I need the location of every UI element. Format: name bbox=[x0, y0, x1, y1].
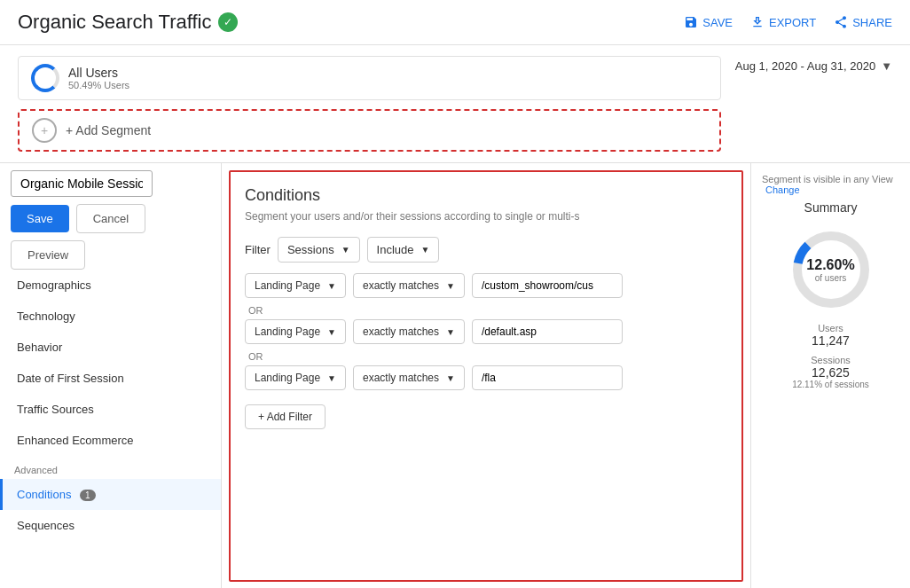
value-input-2[interactable] bbox=[472, 319, 623, 344]
header-left: Organic Search Traffic ✓ bbox=[18, 11, 238, 34]
dim-chevron-1-icon: ▼ bbox=[327, 281, 336, 291]
change-link[interactable]: Change bbox=[765, 184, 800, 195]
sidebar-item-demographics[interactable]: Demographics bbox=[0, 270, 221, 301]
main-content: Save Cancel Preview Demographics Technol… bbox=[0, 163, 910, 588]
dimension-select-2[interactable]: Landing Page ▼ bbox=[245, 319, 346, 344]
summary-sessions: Sessions 12,625 12.11% of sessions bbox=[762, 355, 899, 389]
conditions-title: Conditions bbox=[245, 186, 727, 205]
op-chevron-1-icon: ▼ bbox=[446, 281, 455, 291]
add-segment-label: + Add Segment bbox=[66, 123, 151, 137]
dimension-select-3[interactable]: Landing Page ▼ bbox=[245, 365, 346, 390]
segment-name: All Users bbox=[68, 66, 129, 80]
filter-row: Filter Sessions ▼ Include ▼ bbox=[245, 237, 727, 263]
sidebar-item-date-of-first-session[interactable]: Date of First Session bbox=[0, 363, 221, 394]
save-label: SAVE bbox=[702, 16, 733, 29]
condition-row-2: Landing Page ▼ exactly matches ▼ bbox=[245, 319, 727, 344]
date-range-text: Aug 1, 2020 - Aug 31, 2020 bbox=[735, 59, 875, 73]
or-label-1: OR bbox=[245, 305, 727, 316]
condition-row-3: Landing Page ▼ exactly matches ▼ bbox=[245, 365, 727, 390]
operator-select-2[interactable]: exactly matches ▼ bbox=[353, 319, 465, 344]
preview-segment-button[interactable]: Preview bbox=[11, 240, 85, 270]
save-button[interactable]: SAVE bbox=[684, 15, 733, 29]
cancel-segment-button[interactable]: Cancel bbox=[76, 204, 145, 233]
header: Organic Search Traffic ✓ SAVE EXPORT SHA… bbox=[0, 0, 910, 45]
segment-visible-note: Segment is visible in any View bbox=[762, 174, 893, 184]
sessions-chevron-icon: ▼ bbox=[341, 245, 350, 255]
summary-title: Summary bbox=[762, 200, 899, 215]
value-input-3[interactable] bbox=[472, 365, 623, 390]
export-label: EXPORT bbox=[769, 16, 816, 29]
sidebar-item-sequences[interactable]: Sequences bbox=[0, 510, 221, 541]
op-chevron-2-icon: ▼ bbox=[446, 327, 455, 337]
add-segment-card[interactable]: + + Add Segment bbox=[18, 109, 721, 152]
condition-rows-container: Landing Page ▼ exactly matches ▼ OR Land… bbox=[245, 273, 727, 390]
operator-select-1[interactable]: exactly matches ▼ bbox=[353, 273, 465, 298]
include-chevron-icon: ▼ bbox=[420, 245, 429, 255]
date-range-picker[interactable]: Aug 1, 2020 - Aug 31, 2020 ▼ bbox=[735, 59, 892, 73]
verified-icon: ✓ bbox=[218, 12, 238, 32]
export-button[interactable]: EXPORT bbox=[750, 15, 816, 29]
donut-percent-label: of users bbox=[806, 273, 854, 283]
share-button[interactable]: SHARE bbox=[834, 15, 892, 29]
conditions-panel: Conditions Segment your users and/or the… bbox=[229, 170, 743, 582]
users-value: 11,247 bbox=[762, 333, 899, 348]
add-segment-icon: + bbox=[32, 118, 57, 143]
sidebar-item-enhanced-ecommerce[interactable]: Enhanced Ecommerce bbox=[0, 425, 221, 456]
value-input-1[interactable] bbox=[472, 273, 623, 298]
segment-card-all-users[interactable]: All Users 50.49% Users bbox=[18, 56, 721, 100]
add-filter-button[interactable]: + Add Filter bbox=[245, 404, 326, 429]
segment-donut-icon bbox=[31, 64, 59, 92]
or-label-2: OR bbox=[245, 351, 727, 362]
sidebar-nav-advanced: Conditions 1 Sequences bbox=[0, 479, 221, 541]
sidebar-item-behavior[interactable]: Behavior bbox=[0, 332, 221, 363]
dimension-select-1[interactable]: Landing Page ▼ bbox=[245, 273, 346, 298]
users-label: Users bbox=[762, 323, 899, 333]
filter-label: Filter bbox=[245, 243, 271, 256]
date-range-chevron-icon: ▼ bbox=[881, 59, 892, 73]
summary-panel: Segment is visible in any View Change Su… bbox=[750, 163, 910, 588]
sidebar-item-traffic-sources[interactable]: Traffic Sources bbox=[0, 394, 221, 425]
sidebar-item-conditions[interactable]: Conditions 1 bbox=[0, 479, 221, 510]
save-segment-button[interactable]: Save bbox=[11, 205, 69, 232]
share-label: SHARE bbox=[852, 16, 892, 29]
sidebar: Save Cancel Preview Demographics Technol… bbox=[0, 163, 222, 588]
advanced-section-label: Advanced bbox=[0, 456, 221, 479]
sidebar-item-technology[interactable]: Technology bbox=[0, 301, 221, 332]
page-title: Organic Search Traffic bbox=[18, 11, 211, 34]
segment-info: All Users 50.49% Users bbox=[68, 66, 129, 90]
sidebar-nav: Demographics Technology Behavior Date of… bbox=[0, 270, 221, 456]
sessions-sub: 12.11% of sessions bbox=[762, 380, 899, 389]
segment-name-row: Save Cancel Preview bbox=[0, 163, 221, 270]
sessions-value: 12,625 bbox=[762, 365, 899, 380]
operator-select-3[interactable]: exactly matches ▼ bbox=[353, 365, 465, 390]
filter-sessions-select[interactable]: Sessions ▼ bbox=[278, 237, 360, 263]
segment-name-input[interactable] bbox=[11, 170, 153, 197]
summary-users: Users 11,247 bbox=[762, 323, 899, 348]
condition-row-1: Landing Page ▼ exactly matches ▼ bbox=[245, 273, 727, 298]
filter-include-select[interactable]: Include ▼ bbox=[367, 237, 440, 263]
donut-percent-overlay: 12.60% of users bbox=[806, 257, 854, 283]
op-chevron-3-icon: ▼ bbox=[446, 373, 455, 383]
sessions-label: Sessions bbox=[762, 355, 899, 365]
conditions-desc: Segment your users and/or their sessions… bbox=[245, 210, 727, 223]
segment-sub: 50.49% Users bbox=[68, 80, 129, 90]
dim-chevron-2-icon: ▼ bbox=[327, 327, 336, 337]
donut-percent-value: 12.60% bbox=[806, 257, 854, 273]
summary-donut-chart: 12.60% of users bbox=[787, 225, 875, 314]
conditions-badge: 1 bbox=[80, 490, 96, 501]
segments-area: All Users 50.49% Users + + Add Segment A… bbox=[0, 45, 910, 163]
dim-chevron-3-icon: ▼ bbox=[327, 373, 336, 383]
